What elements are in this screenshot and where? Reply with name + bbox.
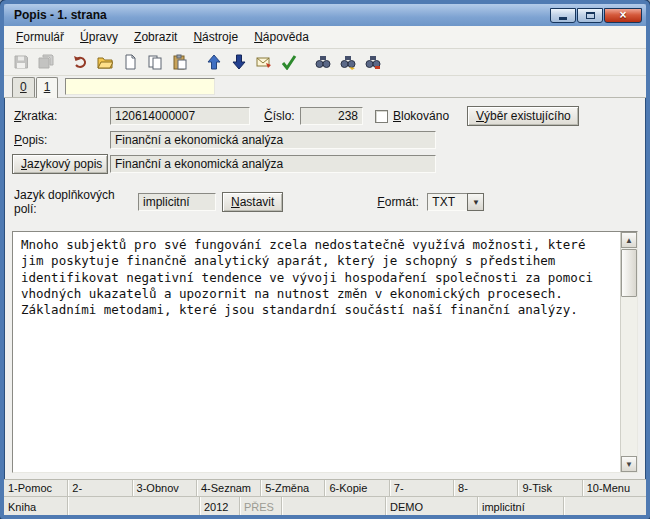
maximize-icon [586,12,595,19]
minimize-icon [559,17,567,20]
status-empty-3 [564,497,646,515]
open-icon[interactable] [94,51,116,73]
fkey-3-obnov[interactable]: 3-Obnov [133,480,197,496]
form-row-jazykovy-popis: Jazykový popis Finanční a ekonomická ana… [14,154,638,174]
fkey-7[interactable]: 7- [390,480,454,496]
fkey-8[interactable]: 8- [454,480,518,496]
menu-zobrazit[interactable]: Zobrazit [126,27,185,47]
copy-icon[interactable] [144,51,166,73]
form-row-jazyk: Jazyk doplňkových polí: implicitní Nasta… [14,188,638,216]
jazyk-doplnkovych-poli-label: Jazyk doplňkových polí: [14,188,138,216]
fkey-4-seznam[interactable]: 4-Seznam [197,480,261,496]
maximize-button[interactable] [577,8,603,23]
fkey-1-pomoc[interactable]: 1-Pomoc [4,480,68,496]
zkratka-field[interactable]: 120614000007 [110,107,250,125]
format-dropdown-button[interactable]: ▼ [467,193,484,211]
find-next-icon[interactable] [337,51,359,73]
fkey-2[interactable]: 2- [68,480,132,496]
menu-nastroje[interactable]: Nástroje [185,27,246,47]
format-label: Formát: [377,195,427,209]
jazykovy-popis-button[interactable]: Jazykový popis [12,154,108,174]
move-up-icon[interactable] [203,51,225,73]
move-down-icon[interactable] [228,51,250,73]
fkey-6-kopie[interactable]: 6-Kopie [325,480,389,496]
cislo-field[interactable]: 238 [300,107,363,125]
scrollbar-track[interactable] [621,297,637,456]
paste-icon[interactable] [169,51,191,73]
find-icon[interactable] [312,51,334,73]
scroll-up-button[interactable]: ▲ [621,232,637,248]
status-demo: DEMO [386,497,478,515]
caption-buttons: × [550,8,642,23]
toolbar [4,49,646,76]
fkey-9-tisk[interactable]: 9-Tisk [518,480,582,496]
save-icon[interactable] [10,51,32,73]
blokovano-label: Blokováno [393,109,449,123]
find-replace-icon[interactable] [362,51,384,73]
new-document-icon[interactable] [119,51,141,73]
scrollbar-thumb[interactable] [621,249,637,297]
chevron-down-icon: ▼ [472,198,480,207]
form-row-zkratka: Zkratka: 120614000007 Číslo: 238 Bloková… [14,106,638,126]
blokovano-checkbox[interactable] [375,110,388,123]
description-textarea[interactable]: Mnoho subjektů pro své fungování zcela n… [12,231,638,473]
save-all-icon[interactable] [35,51,57,73]
spell-check-icon[interactable] [278,51,300,73]
form-row-popis: Popis: Finanční a ekonomická analýza [14,131,638,149]
menu-bar: Formulář Úpravy Zobrazit Nástroje Nápově… [4,26,646,49]
status-bar: Kniha 2012 PŘES DEMO implicitní [4,496,646,515]
vyber-existujiciho-button[interactable]: Výběr existujícího [467,106,579,126]
tab-0[interactable]: 0 [12,77,35,97]
format-value[interactable]: TXT [427,193,467,211]
status-kniha: Kniha [4,497,68,515]
jazykovy-popis-field[interactable]: Finanční a ekonomická analýza [110,155,436,173]
popis-label: Popis: [14,133,110,147]
tab-1[interactable]: 1 [36,77,59,98]
titlebar[interactable]: Popis - 1. strana × [4,4,646,26]
jazyk-field[interactable]: implicitní [138,193,216,211]
menu-napoveda[interactable]: Nápověda [246,27,317,47]
status-year: 2012 [200,497,240,515]
close-button[interactable]: × [604,8,642,23]
app-window: Popis - 1. strana × Formulář Úpravy Zobr… [0,0,650,519]
tab-strip: 0 1 [4,76,646,98]
arrow-up-icon: ▲ [625,236,633,245]
menu-formular[interactable]: Formulář [8,27,72,47]
status-empty-1 [68,497,200,515]
format-combobox[interactable]: TXT ▼ [427,193,484,211]
popis-field[interactable]: Finanční a ekonomická analýza [110,131,436,149]
close-icon: × [619,9,626,21]
status-pres: PŘES [240,497,282,515]
scroll-down-button[interactable]: ▼ [621,456,637,472]
status-empty-2 [282,497,386,515]
nastavit-button[interactable]: Nastavit [222,192,283,212]
cislo-label: Číslo: [264,109,300,123]
fkey-10-menu[interactable]: 10-Menu [583,480,646,496]
minimize-button[interactable] [550,8,576,23]
undo-icon[interactable] [69,51,91,73]
zkratka-label: Zkratka: [14,109,110,123]
window-title: Popis - 1. strana [14,8,107,22]
tab-filter-input[interactable] [65,78,215,95]
form-area: Zkratka: 120614000007 Číslo: 238 Bloková… [4,98,646,225]
vertical-scrollbar[interactable]: ▲ ▼ [620,232,637,472]
function-key-bar: 1-Pomoc 2- 3-Obnov 4-Seznam 5-Změna 6-Ko… [4,479,646,496]
status-implicitni: implicitní [478,497,564,515]
arrow-down-icon: ▼ [625,460,633,469]
mail-icon[interactable] [253,51,275,73]
menu-upravy[interactable]: Úpravy [72,27,126,47]
fkey-5-zmena[interactable]: 5-Změna [261,480,325,496]
editor-wrap: Mnoho subjektů pro své fungování zcela n… [12,231,638,473]
